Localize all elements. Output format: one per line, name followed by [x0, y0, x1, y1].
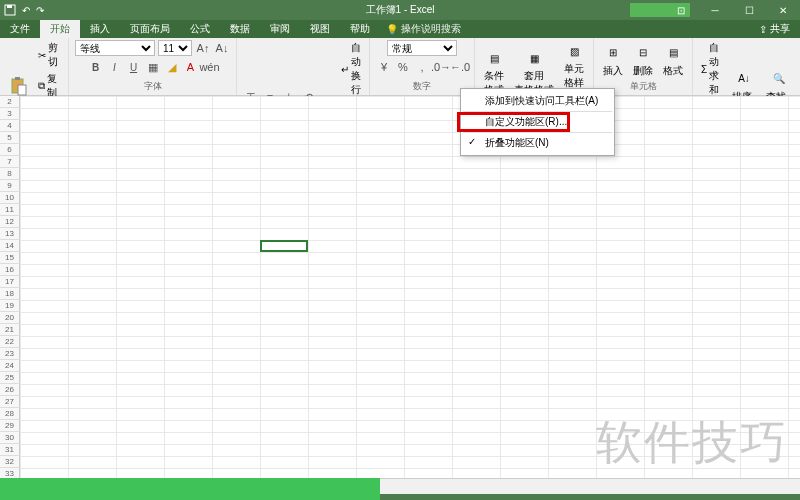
close-icon[interactable]: ✕: [766, 0, 800, 20]
format-icon: ▤: [663, 43, 683, 63]
row-header[interactable]: 28: [0, 408, 20, 420]
decrease-font-icon[interactable]: A↓: [214, 40, 230, 56]
check-icon: ✓: [468, 136, 476, 147]
row-header[interactable]: 23: [0, 348, 20, 360]
wrap-text-button[interactable]: ↵自动换行: [339, 40, 363, 98]
scissors-icon: ✂: [38, 50, 46, 61]
save-icon[interactable]: [4, 4, 16, 16]
font-color-button[interactable]: A: [183, 59, 199, 75]
font-name-select[interactable]: 等线: [75, 40, 155, 56]
menu-add-qat[interactable]: 添加到快速访问工具栏(A): [463, 91, 612, 112]
row-header[interactable]: 18: [0, 288, 20, 300]
row-header[interactable]: 6: [0, 144, 20, 156]
delete-cells-button[interactable]: ⊟删除: [630, 42, 656, 79]
tab-home[interactable]: 开始: [40, 20, 80, 38]
increase-font-icon[interactable]: A↑: [195, 40, 211, 56]
row-header[interactable]: 15: [0, 252, 20, 264]
ribbon-context-menu: 添加到快速访问工具栏(A) 自定义功能区(R)... ✓折叠功能区(N): [460, 88, 615, 156]
percent-icon[interactable]: %: [395, 59, 411, 75]
row-header[interactable]: 17: [0, 276, 20, 288]
row-header[interactable]: 11: [0, 204, 20, 216]
format-cells-button[interactable]: ▤格式: [660, 42, 686, 79]
row-header[interactable]: 22: [0, 336, 20, 348]
tab-data[interactable]: 数据: [220, 20, 260, 38]
active-cell[interactable]: [260, 240, 308, 252]
tab-view[interactable]: 视图: [300, 20, 340, 38]
row-header[interactable]: 24: [0, 360, 20, 372]
tell-me[interactable]: 💡操作说明搜索: [386, 20, 461, 38]
comma-icon[interactable]: ,: [414, 59, 430, 75]
row-header[interactable]: 8: [0, 168, 20, 180]
row-header[interactable]: 26: [0, 384, 20, 396]
row-header[interactable]: 10: [0, 192, 20, 204]
menu-collapse-ribbon[interactable]: ✓折叠功能区(N): [463, 133, 612, 153]
svg-rect-4: [18, 85, 26, 95]
autosum-button[interactable]: Σ自动求和: [699, 40, 725, 98]
inc-decimal-icon[interactable]: .0→: [433, 59, 449, 75]
row-header[interactable]: 19: [0, 300, 20, 312]
tab-file[interactable]: 文件: [0, 20, 40, 38]
row-header[interactable]: 9: [0, 180, 20, 192]
row-header[interactable]: 31: [0, 444, 20, 456]
row-header[interactable]: 33: [0, 468, 20, 478]
group-styles: ▤条件格式 ▦套用 表格格式 ▨单元格样式 样式: [475, 38, 594, 95]
tab-review[interactable]: 审阅: [260, 20, 300, 38]
cond-format-icon: ▤: [484, 48, 504, 68]
svg-rect-1: [7, 5, 12, 8]
underline-button[interactable]: U: [126, 59, 142, 75]
number-format-select[interactable]: 常规: [387, 40, 457, 56]
dec-decimal-icon[interactable]: ←.0: [452, 59, 468, 75]
tab-layout[interactable]: 页面布局: [120, 20, 180, 38]
row-headers: 2345678910111213141516171819202122232425…: [0, 96, 20, 478]
phonetic-button[interactable]: wén: [202, 59, 218, 75]
tab-help[interactable]: 帮助: [340, 20, 380, 38]
tab-insert[interactable]: 插入: [80, 20, 120, 38]
row-header[interactable]: 16: [0, 264, 20, 276]
group-font: 等线 11 A↑ A↓ B I U ▦ ◢ A wén 字体: [69, 38, 237, 95]
row-header[interactable]: 12: [0, 216, 20, 228]
menu-customize-ribbon[interactable]: 自定义功能区(R)...: [463, 112, 612, 133]
table-icon: ▦: [524, 48, 544, 68]
copy-icon: ⧉: [38, 80, 45, 92]
row-header[interactable]: 2: [0, 96, 20, 108]
tab-formulas[interactable]: 公式: [180, 20, 220, 38]
ribbon-options-icon[interactable]: ⊡: [664, 0, 698, 20]
font-size-select[interactable]: 11: [158, 40, 192, 56]
row-header[interactable]: 14: [0, 240, 20, 252]
row-header[interactable]: 5: [0, 132, 20, 144]
italic-button[interactable]: I: [107, 59, 123, 75]
bulb-icon: 💡: [386, 24, 398, 35]
redo-icon[interactable]: ↷: [36, 5, 44, 16]
maximize-icon[interactable]: ☐: [732, 0, 766, 20]
row-header[interactable]: 27: [0, 396, 20, 408]
row-header[interactable]: 4: [0, 120, 20, 132]
minimize-icon[interactable]: ─: [698, 0, 732, 20]
insert-cells-button[interactable]: ⊞插入: [600, 42, 626, 79]
sort-icon: A↓: [734, 69, 754, 89]
row-header[interactable]: 13: [0, 228, 20, 240]
row-header[interactable]: 7: [0, 156, 20, 168]
quick-access-toolbar: ↶ ↷: [4, 4, 44, 16]
share-button[interactable]: ⇪共享: [749, 20, 800, 38]
border-button[interactable]: ▦: [145, 59, 161, 75]
insert-icon: ⊞: [603, 43, 623, 63]
group-editing: Σ自动求和 ▾填充 ◇清除 A↓排序和筛选 🔍查找和选择 编辑: [693, 38, 800, 95]
sigma-icon: Σ: [701, 64, 707, 75]
cut-button[interactable]: ✂剪切: [36, 40, 62, 70]
group-number: 常规 ¥ % , .0→ ←.0 数字: [370, 38, 475, 95]
currency-icon[interactable]: ¥: [376, 59, 392, 75]
row-header[interactable]: 3: [0, 108, 20, 120]
fill-color-button[interactable]: ◢: [164, 59, 180, 75]
ribbon: 粘贴 ✂剪切 ⧉复制 🖌格式刷 剪贴板 等线 11 A↑ A↓ B I U ▦: [0, 38, 800, 96]
row-header[interactable]: 25: [0, 372, 20, 384]
window-controls: ⊡ ─ ☐ ✕: [664, 0, 800, 20]
row-header[interactable]: 32: [0, 456, 20, 468]
row-header[interactable]: 21: [0, 324, 20, 336]
row-header[interactable]: 29: [0, 420, 20, 432]
bold-button[interactable]: B: [88, 59, 104, 75]
undo-icon[interactable]: ↶: [22, 5, 30, 16]
row-header[interactable]: 20: [0, 312, 20, 324]
row-header[interactable]: 30: [0, 432, 20, 444]
watermark-text: 软件技巧: [596, 412, 788, 474]
overlay-bar: [0, 478, 380, 500]
